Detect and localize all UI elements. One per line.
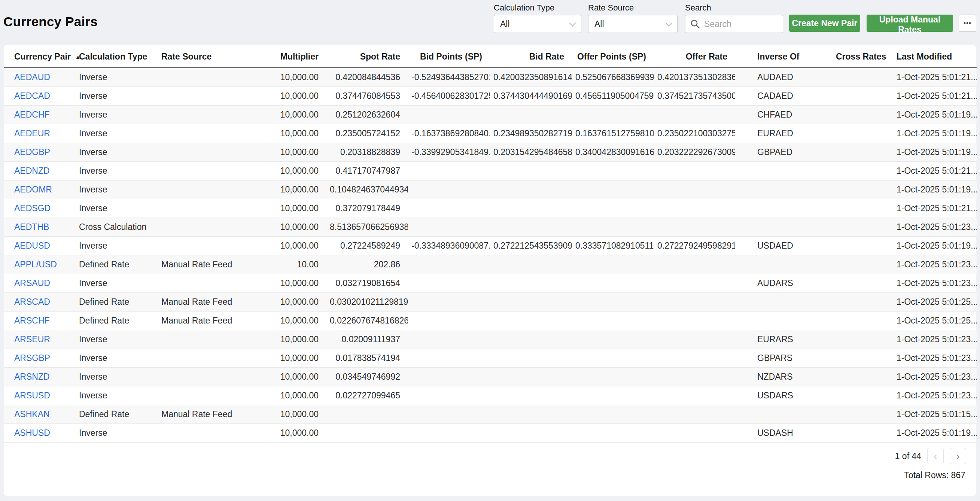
upload-manual-rates-button[interactable]: Upload Manual Rates: [867, 14, 953, 32]
table-row: ARSEURInverse10,000.000.02009111937EURAR…: [4, 330, 977, 349]
offer_rate-cell: 0.374521735743500...: [654, 87, 735, 106]
total-rows: Total Rows: 867: [4, 464, 976, 480]
pair-cell: ARSEUR: [4, 330, 75, 349]
bid_rate-cell: [490, 424, 572, 442]
column-header-pair[interactable]: Currency Pair▲: [4, 45, 75, 68]
currency-pair-link[interactable]: ARSAUD: [14, 278, 50, 288]
column-header-multiplier[interactable]: Multiplier: [270, 45, 326, 68]
column-header-bid_rate[interactable]: Bid Rate: [490, 45, 572, 68]
column-header-last_modified[interactable]: Last Modified: [893, 45, 977, 68]
multiplier-cell: 10,000.00: [270, 312, 326, 330]
table-row: AEDCADInverse10,000.000.374476084553-0.4…: [4, 87, 977, 106]
currency-pair-link[interactable]: ASHKAN: [14, 409, 50, 419]
bid_rate-cell: [490, 368, 572, 386]
spot_rate-cell: [326, 424, 408, 442]
offer_points_sp-cell: [572, 274, 654, 293]
offer_rate-cell: [654, 405, 735, 424]
column-header-bid_points_sp[interactable]: Bid Points (SP): [408, 45, 490, 68]
offer_points_sp-cell: [572, 162, 654, 180]
more-actions-button[interactable]: •••: [959, 14, 976, 32]
spot_rate-cell: 0.27224589249: [326, 237, 408, 255]
offer_rate-cell: [654, 293, 735, 312]
currency-pair-link[interactable]: AEDUSD: [14, 241, 50, 250]
column-header-offer_rate[interactable]: Offer Rate: [654, 45, 735, 68]
search-input[interactable]: [704, 19, 778, 29]
spot_rate-cell: 0.017838574194: [326, 349, 408, 368]
bid_points_sp-cell: [408, 199, 490, 218]
spot_rate-cell: 0.251202632604: [326, 106, 408, 124]
currency-pair-link[interactable]: ARSUSD: [14, 391, 50, 400]
spot_rate-cell: 0.372079178449: [326, 199, 408, 218]
table-body: AEDAUDInverse10,000.000.420084844536-0.5…: [4, 68, 977, 442]
rate_source-cell: [158, 330, 270, 349]
offer_points_sp-cell: [572, 218, 654, 237]
currency-pair-link[interactable]: AEDCAD: [14, 91, 50, 101]
table-row: AEDSGDInverse10,000.000.3720791784491-Oc…: [4, 199, 977, 218]
bid_rate-cell: [490, 349, 572, 368]
calc_type-cell: Defined Rate: [75, 255, 158, 274]
next-page-button[interactable]: ›: [950, 448, 966, 464]
currency-pair-link[interactable]: ARSGBP: [14, 353, 50, 363]
offer_points_sp-cell: [572, 180, 654, 199]
currency-pair-link[interactable]: AEDGBP: [14, 147, 50, 157]
last_modified-cell: 1-Oct-2025 5:01:23...: [893, 255, 977, 274]
multiplier-cell: 10,000.00: [270, 87, 326, 106]
previous-page-button[interactable]: ‹: [927, 448, 944, 464]
inverse_of-cell: [735, 218, 832, 237]
bid_rate-cell: [490, 293, 572, 312]
calc_type-cell: Inverse: [75, 199, 158, 218]
calculation-type-label: Calculation Type: [494, 3, 554, 13]
bid_points_sp-cell: [408, 180, 490, 199]
currency-pair-link[interactable]: ASHUSD: [14, 428, 50, 438]
pair-cell: AEDTHB: [4, 218, 75, 237]
offer_points_sp-cell: 0.163761512759810...: [572, 124, 654, 143]
table-row: ARSAUDInverse10,000.000.032719081654AUDA…: [4, 274, 977, 293]
bid_rate-cell: [490, 405, 572, 424]
currency-pair-link[interactable]: AEDSGD: [14, 203, 51, 213]
currency-pair-link[interactable]: AEDOMR: [14, 184, 52, 194]
pair-cell: AEDAUD: [4, 68, 75, 87]
currency-pair-link[interactable]: ARSCHF: [14, 316, 50, 325]
currency-pair-link[interactable]: APPL/USD: [14, 259, 57, 269]
column-header-inverse_of[interactable]: Inverse Of: [735, 45, 832, 68]
bid_points_sp-cell: [408, 106, 490, 124]
column-header-offer_points_sp[interactable]: Offer Points (SP): [572, 45, 654, 68]
search-icon: [690, 19, 700, 29]
spot_rate-cell: 0.030201021129819...: [326, 293, 408, 312]
rate-source-select[interactable]: All: [588, 15, 678, 33]
column-header-calc_type[interactable]: Calculation Type: [75, 45, 158, 68]
column-header-spot_rate[interactable]: Spot Rate: [326, 45, 408, 68]
rate_source-cell: [158, 106, 270, 124]
currency-pair-link[interactable]: AEDNZD: [14, 166, 50, 176]
bid_points_sp-cell: [408, 386, 490, 405]
table-row: AEDOMRInverse10,000.000.1048246370449343…: [4, 180, 977, 199]
offer_rate-cell: 0.272279249598291...: [654, 237, 735, 255]
offer_points_sp-cell: 0.5250676683699391: [572, 68, 654, 87]
create-new-pair-button[interactable]: Create New Pair: [789, 14, 860, 32]
offer_rate-cell: [654, 162, 735, 180]
currency-pair-link[interactable]: ARSNZD: [14, 372, 50, 382]
offer_rate-cell: 0.203222292673009...: [654, 143, 735, 162]
calc_type-cell: Inverse: [75, 330, 158, 349]
column-header-cross_rates[interactable]: Cross Rates: [832, 45, 893, 68]
bid_rate-cell: [490, 255, 572, 274]
spot_rate-cell: 0.235005724152: [326, 124, 408, 143]
bid_rate-cell: [490, 330, 572, 349]
calculation-type-select[interactable]: All: [494, 15, 581, 33]
currency-pair-link[interactable]: ARSEUR: [14, 334, 50, 344]
bid_rate-cell: [490, 218, 572, 237]
bid_rate-cell: [490, 162, 572, 180]
cross_rates-cell: [832, 143, 893, 162]
table-row: ARSUSDInverse10,000.000.022727099465USDA…: [4, 386, 977, 405]
currency-pair-link[interactable]: ARSCAD: [14, 297, 50, 307]
currency-pair-link[interactable]: AEDEUR: [14, 129, 50, 138]
currency-pair-link[interactable]: AEDAUD: [14, 72, 50, 82]
multiplier-cell: 10,000.00: [270, 293, 326, 312]
currency-pair-link[interactable]: AEDTHB: [14, 222, 49, 232]
bid_rate-cell: [490, 312, 572, 330]
bid_points_sp-cell: [408, 424, 490, 442]
cross_rates-cell: [832, 405, 893, 424]
column-header-rate_source[interactable]: Rate Source: [158, 45, 270, 68]
bid_rate-cell: [490, 199, 572, 218]
currency-pair-link[interactable]: AEDCHF: [14, 110, 50, 119]
